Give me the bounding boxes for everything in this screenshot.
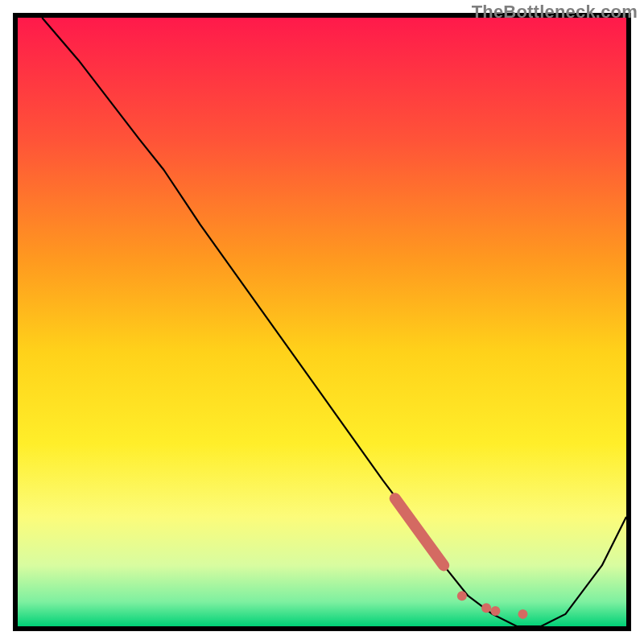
highlight-dot bbox=[518, 609, 527, 619]
watermark-text: TheBottleneck.com bbox=[472, 2, 638, 23]
bottleneck-chart: TheBottleneck.com bbox=[0, 0, 644, 644]
highlight-dot bbox=[490, 606, 500, 616]
highlight-dot bbox=[481, 603, 491, 613]
chart-canvas bbox=[0, 0, 644, 644]
highlight-dot bbox=[457, 591, 467, 601]
chart-background bbox=[18, 18, 626, 626]
